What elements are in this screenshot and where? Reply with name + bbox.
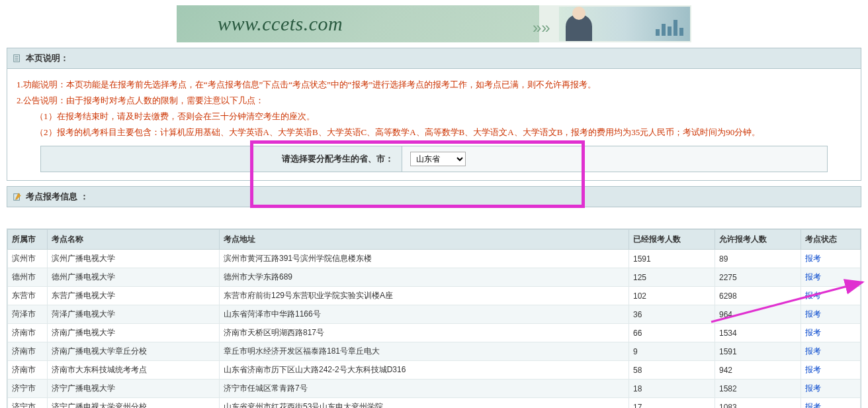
cell-allowed: 1534 bbox=[715, 324, 801, 342]
table-row: 济南市济南广播电视大学济南市天桥区明湖西路817号661534报考 bbox=[8, 324, 861, 342]
province-selector-bar: 请选择要分配考生的省、市： 山东省 bbox=[40, 146, 828, 172]
section-instructions-header: 本页说明： bbox=[7, 48, 861, 69]
sites-table-wrap: 所属市 考点名称 考点地址 已经报考人数 允许报考人数 考点状态 滨州市滨州广播… bbox=[7, 229, 861, 408]
table-row: 东营市东营广播电视大学东营市府前街129号东营职业学院实验实训楼A座102629… bbox=[8, 287, 861, 305]
table-row: 德州市德州广播电视大学德州市大学东路6891252275报考 bbox=[8, 268, 861, 287]
province-selector-cell: 山东省 bbox=[402, 146, 827, 172]
edit-icon bbox=[13, 192, 22, 201]
register-link[interactable]: 报考 bbox=[805, 346, 821, 356]
cell-allowed: 1591 bbox=[715, 342, 801, 361]
register-link[interactable]: 报考 bbox=[805, 383, 821, 393]
instruction-line: 1.功能说明：本页功能是在报考前先选择考点，在“考点报考信息”下点击“考点状态”… bbox=[17, 77, 851, 93]
cell-addr: 章丘市明水经济开发区福泰路181号章丘电大 bbox=[220, 342, 629, 361]
sites-table: 所属市 考点名称 考点地址 已经报考人数 允许报考人数 考点状态 滨州市滨州广播… bbox=[7, 229, 861, 408]
table-row: 济宁市济宁广播电视大学济宁市任城区常青路7号181582报考 bbox=[8, 380, 861, 398]
cell-addr: 滨州市黄河五路391号滨州学院信息楼东楼 bbox=[220, 250, 629, 268]
table-row: 济南市济南市大东科技城统考考点山东省济南市历下区山大路242-2号大东科技城D3… bbox=[8, 361, 861, 380]
cell-city: 济南市 bbox=[8, 342, 48, 361]
province-selector-label: 请选择要分配考生的省、市： bbox=[41, 146, 402, 172]
cell-registered: 17 bbox=[629, 398, 715, 409]
cell-addr: 山东省兖州市红花西街53号山东电大兖州学院 bbox=[220, 398, 629, 409]
cell-registered: 36 bbox=[629, 305, 715, 324]
cell-city: 滨州市 bbox=[8, 250, 48, 268]
cell-allowed: 1582 bbox=[715, 380, 801, 398]
cell-name: 菏泽广播电视大学 bbox=[48, 305, 220, 324]
cell-status: 报考 bbox=[801, 324, 861, 342]
cell-registered: 58 bbox=[629, 361, 715, 380]
cell-allowed: 1083 bbox=[715, 398, 801, 409]
table-row: 济南市济南广播电视大学章丘分校章丘市明水经济开发区福泰路181号章丘电大9159… bbox=[8, 342, 861, 361]
register-link[interactable]: 报考 bbox=[805, 291, 821, 300]
cell-registered: 18 bbox=[629, 380, 715, 398]
cell-status: 报考 bbox=[801, 305, 861, 324]
cell-registered: 66 bbox=[629, 324, 715, 342]
register-link[interactable]: 报考 bbox=[805, 254, 821, 263]
table-row: 菏泽市菏泽广播电视大学山东省菏泽市中华路1166号36964报考 bbox=[8, 305, 861, 324]
cell-city: 菏泽市 bbox=[8, 305, 48, 324]
register-link[interactable]: 报考 bbox=[805, 272, 821, 281]
register-link[interactable]: 报考 bbox=[805, 402, 821, 408]
col-registered: 已经报考人数 bbox=[629, 230, 715, 250]
register-link[interactable]: 报考 bbox=[805, 365, 821, 374]
banner-graphic: »» bbox=[539, 5, 691, 42]
cell-addr: 德州市大学东路689 bbox=[220, 268, 629, 287]
cell-name: 德州广播电视大学 bbox=[48, 268, 220, 287]
col-name: 考点名称 bbox=[48, 230, 220, 250]
notes-icon bbox=[13, 54, 22, 63]
section-instructions-title: 本页说明： bbox=[26, 52, 69, 64]
cell-name: 滨州广播电视大学 bbox=[48, 250, 220, 268]
section-sites-header: 考点报考信息 ： bbox=[7, 186, 861, 207]
col-city: 所属市 bbox=[8, 230, 48, 250]
cell-allowed: 964 bbox=[715, 305, 801, 324]
cell-name: 东营广播电视大学 bbox=[48, 287, 220, 305]
col-allowed: 允许报考人数 bbox=[715, 230, 801, 250]
cell-registered: 9 bbox=[629, 342, 715, 361]
cell-addr: 山东省菏泽市中华路1166号 bbox=[220, 305, 629, 324]
cell-name: 济宁广播电视大学 bbox=[48, 380, 220, 398]
cell-city: 济宁市 bbox=[8, 398, 48, 409]
cell-allowed: 2275 bbox=[715, 268, 801, 287]
instruction-line: 2.公告说明：由于报考时对考点人数的限制，需要注意以下几点： bbox=[17, 93, 851, 109]
cell-addr: 山东省济南市历下区山大路242-2号大东科技城D316 bbox=[220, 361, 629, 380]
cell-addr: 济南市天桥区明湖西路817号 bbox=[220, 324, 629, 342]
cell-name: 济南市大东科技城统考考点 bbox=[48, 361, 220, 380]
cell-city: 济南市 bbox=[8, 324, 48, 342]
cell-city: 济宁市 bbox=[8, 380, 48, 398]
cell-addr: 济宁市任城区常青路7号 bbox=[220, 380, 629, 398]
cell-name: 济南广播电视大学章丘分校 bbox=[48, 342, 220, 361]
cell-city: 济南市 bbox=[8, 361, 48, 380]
cell-registered: 102 bbox=[629, 287, 715, 305]
section-sites-title: 考点报考信息 ： bbox=[26, 191, 89, 203]
cell-city: 德州市 bbox=[8, 268, 48, 287]
instruction-line: （2）报考的机考科目主要包含：计算机应用基础、大学英语A、大学英语B、大学英语C… bbox=[17, 125, 851, 140]
banner-url: www.ccets.com bbox=[218, 13, 343, 35]
table-row: 滨州市滨州广播电视大学滨州市黄河五路391号滨州学院信息楼东楼159189报考 bbox=[8, 250, 861, 268]
instructions-body: 1.功能说明：本页功能是在报考前先选择考点，在“考点报考信息”下点击“考点状态”… bbox=[7, 69, 861, 181]
banner-header: www.ccets.com »» bbox=[177, 5, 691, 42]
table-row: 济宁市济宁广播电视大学兖州分校山东省兖州市红花西街53号山东电大兖州学院1710… bbox=[8, 398, 861, 409]
cell-status: 报考 bbox=[801, 361, 861, 380]
cell-registered: 1591 bbox=[629, 250, 715, 268]
register-link[interactable]: 报考 bbox=[805, 309, 821, 319]
cell-status: 报考 bbox=[801, 250, 861, 268]
cell-allowed: 89 bbox=[715, 250, 801, 268]
cell-addr: 东营市府前街129号东营职业学院实验实训楼A座 bbox=[220, 287, 629, 305]
col-status: 考点状态 bbox=[801, 230, 861, 250]
cell-registered: 125 bbox=[629, 268, 715, 287]
cell-city: 东营市 bbox=[8, 287, 48, 305]
cell-status: 报考 bbox=[801, 380, 861, 398]
cell-allowed: 6298 bbox=[715, 287, 801, 305]
register-link[interactable]: 报考 bbox=[805, 328, 821, 337]
cell-name: 济宁广播电视大学兖州分校 bbox=[48, 398, 220, 409]
instruction-line: （1）在报考结束时，请及时去缴费，否则会在三十分钟清空考生的座次。 bbox=[17, 109, 851, 125]
cell-name: 济南广播电视大学 bbox=[48, 324, 220, 342]
cell-allowed: 942 bbox=[715, 361, 801, 380]
province-select[interactable]: 山东省 bbox=[410, 152, 466, 166]
cell-status: 报考 bbox=[801, 342, 861, 361]
cell-status: 报考 bbox=[801, 287, 861, 305]
col-addr: 考点地址 bbox=[220, 230, 629, 250]
cell-status: 报考 bbox=[801, 398, 861, 409]
cell-status: 报考 bbox=[801, 268, 861, 287]
